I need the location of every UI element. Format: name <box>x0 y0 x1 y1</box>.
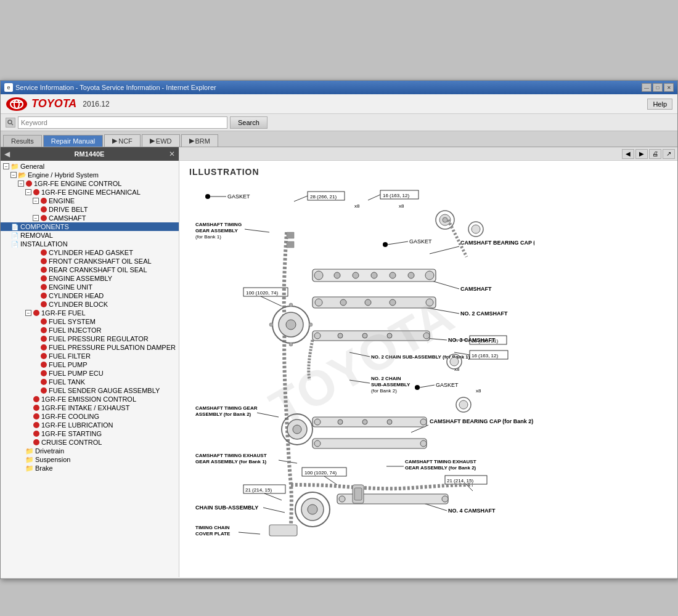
svg-point-126 <box>420 440 427 447</box>
svg-point-123 <box>420 419 427 425</box>
tree-container[interactable]: −📁General−📂Engine / Hybrid System−1GR-FE… <box>1 161 179 577</box>
toolbar-btn-2[interactable]: ▶ <box>635 149 648 159</box>
tree-item[interactable]: CYLINDER HEAD GASKET <box>1 248 179 257</box>
svg-text:CAMSHAFT TIMING EXHAUST: CAMSHAFT TIMING EXHAUST <box>405 459 476 464</box>
svg-point-99 <box>286 320 296 330</box>
svg-text:16 (163, 12): 16 (163, 12) <box>472 353 498 359</box>
tree-item[interactable]: 1GR-FE LUBRICATION <box>1 421 179 429</box>
tree-item[interactable]: 1GR-FE EMISSION CONTROL <box>1 395 179 403</box>
tree-label: Brake <box>35 464 53 472</box>
tree-label: FUEL PUMP ECU <box>49 370 104 377</box>
tree-item[interactable]: FUEL PUMP <box>1 360 179 369</box>
tree-item[interactable]: 1GR-FE INTAKE / EXHAUST <box>1 403 179 412</box>
red-dot-icon <box>33 413 39 419</box>
svg-text:ASSEMBLY (for Bank 2): ASSEMBLY (for Bank 2) <box>195 411 251 417</box>
tree-item[interactable]: FUEL SYSTEM <box>1 317 179 326</box>
content-area[interactable]: ILLUSTRATION TOYOTA GASKET 28 <box>179 161 677 577</box>
svg-point-125 <box>314 440 321 447</box>
tree-item[interactable]: 📄COMPONENTS <box>1 222 179 231</box>
tree-item[interactable]: CYLINDER HEAD <box>1 291 179 300</box>
tree-item[interactable]: 1GR-FE COOLING <box>1 412 179 421</box>
maximize-button[interactable]: □ <box>653 83 663 92</box>
tree-item[interactable]: −ENGINE <box>1 197 179 205</box>
help-button[interactable]: Help <box>647 99 672 110</box>
export-button[interactable]: ↗ <box>663 149 675 159</box>
expand-icon[interactable]: − <box>25 310 31 316</box>
tree-label: CYLINDER HEAD <box>49 292 104 299</box>
doc-icon: 📄 <box>11 232 18 239</box>
tree-label: CRUISE CONTROL <box>41 439 102 446</box>
svg-text:CAMSHAFT TIMING: CAMSHAFT TIMING <box>195 222 242 227</box>
svg-rect-109 <box>312 331 430 341</box>
tree-label: General <box>20 163 44 170</box>
close-button[interactable]: ✕ <box>664 83 674 92</box>
tab-ewd[interactable]: ▶ EWD <box>142 134 180 147</box>
tree-item[interactable]: FUEL PRESSURE REGULATOR <box>1 334 179 343</box>
tree-item[interactable]: REAR CRANKSHAFT OIL SEAL <box>1 265 179 274</box>
tree-item[interactable]: CYLINDER BLOCK <box>1 300 179 309</box>
tree-item[interactable]: 📁Suspension <box>1 455 179 464</box>
right-panel: ◀ ▶ 🖨 ↗ ILLUSTRATION TOYOTA <box>179 147 677 577</box>
tree-item[interactable]: −1GR-FE ENGINE CONTROL <box>1 179 179 188</box>
expand-icon[interactable]: − <box>10 172 17 178</box>
folder-icon: 📁 <box>26 464 33 472</box>
tree-item[interactable]: DRIVE BELT <box>1 205 179 214</box>
tree-item[interactable]: FUEL PUMP ECU <box>1 369 179 378</box>
tree-item[interactable]: 📁Brake <box>1 464 179 472</box>
toolbar-btn-1[interactable]: ◀ <box>622 149 634 159</box>
tab-brm[interactable]: ▶ BRM <box>181 134 218 147</box>
expand-icon[interactable]: − <box>18 180 24 187</box>
svg-text:CHAIN SUB-ASSEMBLY: CHAIN SUB-ASSEMBLY <box>195 505 258 511</box>
tree-item[interactable]: −📁General <box>1 162 179 171</box>
expand-icon[interactable]: − <box>33 215 39 221</box>
tab-ncf[interactable]: ▶ NCF <box>104 134 141 147</box>
tree-item[interactable]: FRONT CRANKSHAFT OIL SEAL <box>1 257 179 265</box>
tab-results[interactable]: Results <box>3 135 42 147</box>
tree-item[interactable]: −📂Engine / Hybrid System <box>1 171 179 179</box>
tree-label: Engine / Hybrid System <box>28 171 99 179</box>
tree-label: CYLINDER HEAD GASKET <box>49 249 133 256</box>
search-bar: Search <box>1 114 677 131</box>
svg-text:CAMSHAFT BEARING CAP (for Bank: CAMSHAFT BEARING CAP (for Bank 1) <box>460 240 534 246</box>
tree-item[interactable]: 📁Drivetrain <box>1 447 179 455</box>
svg-text:CAMSHAFT BEARING CAP (for Bank: CAMSHAFT BEARING CAP (for Bank 2) <box>430 418 533 424</box>
svg-point-114 <box>423 333 430 339</box>
tree-item[interactable]: 📄INSTALLATION <box>1 240 179 248</box>
print-button[interactable]: 🖨 <box>649 149 661 159</box>
svg-point-4 <box>8 120 12 124</box>
red-dot-icon <box>33 310 39 316</box>
expand-icon[interactable]: − <box>33 198 39 204</box>
svg-point-119 <box>314 419 321 425</box>
search-input[interactable] <box>18 116 227 129</box>
tree-item[interactable]: 📄REMOVAL <box>1 231 179 240</box>
panel-close-button[interactable]: ✕ <box>169 150 175 158</box>
tree-item[interactable]: FUEL TANK <box>1 378 179 386</box>
tree-label: FUEL SYSTEM <box>49 318 96 325</box>
tree-item[interactable]: CRUISE CONTROL <box>1 438 179 447</box>
svg-point-121 <box>362 419 367 424</box>
tree-item[interactable]: FUEL INJECTOR <box>1 326 179 334</box>
tree-item[interactable]: −CAMSHAFT <box>1 214 179 222</box>
panel-collapse-arrow[interactable]: ◀ <box>4 150 10 158</box>
expand-icon[interactable]: − <box>25 189 31 195</box>
tree-item[interactable]: FUEL SENDER GAUGE ASSEMBLY <box>1 386 179 395</box>
minimize-button[interactable]: — <box>642 83 651 92</box>
svg-point-93 <box>340 299 346 306</box>
svg-text:x8: x8 <box>354 203 360 209</box>
tree-item[interactable]: 1GR-FE STARTING <box>1 429 179 438</box>
red-dot-icon <box>41 336 47 342</box>
tree-item[interactable]: −1GR-FE ENGINE MECHANICAL <box>1 188 179 197</box>
tree-item[interactable]: FUEL PRESSURE PULSATION DAMPER <box>1 343 179 352</box>
svg-text:NO. 2 CAMSHAFT: NO. 2 CAMSHAFT <box>460 310 508 317</box>
search-button[interactable]: Search <box>230 116 268 129</box>
tree-item[interactable]: ENGINE ASSEMBLY <box>1 274 179 283</box>
illustration-title: ILLUSTRATION <box>189 167 668 177</box>
expand-icon[interactable]: − <box>3 163 9 169</box>
tree-item[interactable]: −1GR-FE FUEL <box>1 309 179 317</box>
tab-repair-manual[interactable]: Repair Manual <box>43 135 104 147</box>
svg-text:100 (1020, 74): 100 (1020, 74) <box>304 470 337 476</box>
tree-item[interactable]: FUEL FILTER <box>1 352 179 360</box>
tree-item[interactable]: ENGINE UNIT <box>1 283 179 291</box>
window-title: Service Information - Toyota Service Inf… <box>15 84 216 91</box>
tree-label: FUEL INJECTOR <box>49 326 102 334</box>
